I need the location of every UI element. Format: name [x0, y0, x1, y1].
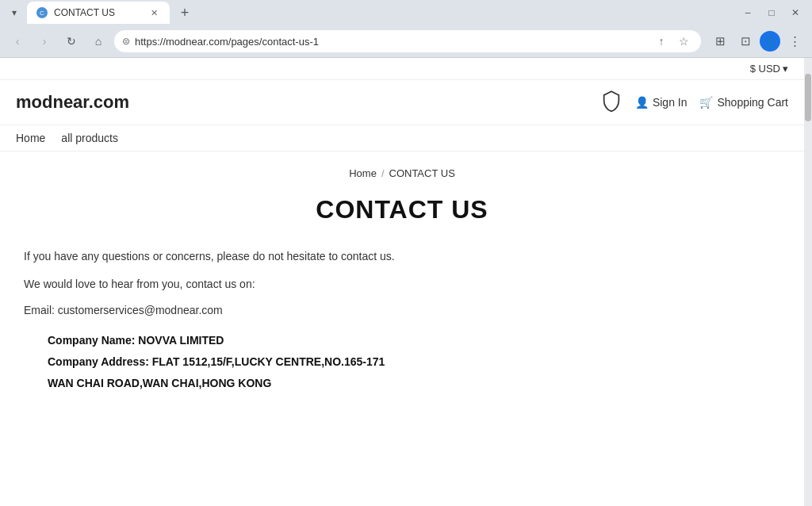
- back-button[interactable]: ‹: [6, 30, 29, 52]
- close-button[interactable]: ✕: [785, 2, 806, 23]
- company-info: Company Name: NOVVA LIMITED Company Addr…: [24, 332, 780, 392]
- user-icon: 👤: [635, 96, 649, 109]
- email-label: Email:: [24, 304, 58, 316]
- contact-body: If you have any questions or concerns, p…: [16, 248, 788, 392]
- shopping-cart-button[interactable]: 🛒 Shopping Cart: [699, 96, 788, 109]
- email-address[interactable]: customerservices@modnear.com: [58, 304, 223, 316]
- scrollbar[interactable]: [804, 58, 812, 506]
- company-name: Company Name: NOVVA LIMITED: [48, 332, 780, 349]
- split-view-button[interactable]: ⊡: [734, 30, 756, 52]
- browser-frame: ▾ C CONTACT US ✕ + – □ ✕ ‹ ›: [0, 0, 812, 506]
- currency-label: $ USD: [750, 63, 780, 75]
- intro-line-2: We would love to hear from you, contact …: [24, 276, 780, 293]
- tab-title: CONTACT US: [54, 7, 141, 18]
- address-bar[interactable]: ⊜ https://modnear.com/pages/contact-us-1…: [114, 30, 701, 52]
- site-logo[interactable]: modnear.com: [16, 92, 129, 113]
- window-controls: – □ ✕: [737, 2, 806, 23]
- tab-list-button[interactable]: ▾: [6, 5, 22, 21]
- tab-close-button[interactable]: ✕: [147, 6, 160, 19]
- intro-line-1: If you have any questions or concerns, p…: [24, 248, 780, 265]
- currency-arrow-icon: ▾: [783, 63, 788, 75]
- header-right: 👤 Sign In 🛒 Shopping Cart: [600, 90, 788, 115]
- sign-in-button[interactable]: 👤 Sign In: [635, 96, 688, 109]
- company-address-2: WAN CHAI ROAD,WAN CHAI,HONG KONG: [48, 375, 780, 392]
- extensions-button[interactable]: ⊞: [709, 30, 731, 52]
- page-content: $ USD ▾ modnear.com 👤 Sign In: [0, 57, 812, 506]
- page-title: CONTACT US: [16, 195, 788, 224]
- cart-icon: 🛒: [699, 96, 713, 109]
- breadcrumb-separator: /: [381, 167, 385, 179]
- site-header: modnear.com 👤 Sign In 🛒 Shopping Cart: [0, 80, 804, 125]
- currency-bar: $ USD ▾: [0, 58, 804, 80]
- breadcrumb-home[interactable]: Home: [349, 167, 377, 179]
- reload-button[interactable]: ↻: [60, 30, 82, 52]
- new-tab-button[interactable]: +: [174, 2, 195, 23]
- share-icon[interactable]: ↑: [652, 32, 671, 51]
- breadcrumb-current: CONTACT US: [389, 167, 455, 179]
- breadcrumb: Home / CONTACT US: [16, 167, 788, 179]
- site-nav: Home all products: [0, 125, 804, 151]
- address-bar-row: ‹ › ↻ ⌂ ⊜ https://modnear.com/pages/cont…: [0, 25, 812, 57]
- minimize-button[interactable]: –: [737, 2, 758, 23]
- url-text: https://modnear.com/pages/contact-us-1: [135, 36, 647, 48]
- title-bar-left: ▾ C CONTACT US ✕ +: [6, 2, 195, 24]
- active-tab[interactable]: C CONTACT US ✕: [27, 2, 170, 24]
- nav-home[interactable]: Home: [16, 132, 45, 144]
- forward-button[interactable]: ›: [33, 30, 56, 52]
- title-bar: ▾ C CONTACT US ✕ + – □ ✕: [0, 0, 812, 25]
- maximize-button[interactable]: □: [761, 2, 782, 23]
- tab-favicon: C: [36, 7, 48, 18]
- page-inner: $ USD ▾ modnear.com 👤 Sign In: [0, 58, 804, 506]
- browser-toolbar: ⊞ ⊡ 👤 ⋮: [709, 30, 806, 52]
- shield-icon: [600, 90, 622, 115]
- menu-button[interactable]: ⋮: [783, 30, 806, 52]
- email-line: Email: customerservices@modnear.com: [24, 304, 780, 316]
- company-address-1: Company Address: FLAT 1512,15/F,LUCKY CE…: [48, 354, 780, 370]
- scrollbar-thumb[interactable]: [805, 74, 811, 121]
- nav-all-products[interactable]: all products: [61, 132, 118, 144]
- main-content: Home / CONTACT US CONTACT US If you have…: [0, 151, 804, 420]
- currency-selector[interactable]: $ USD ▾: [750, 63, 788, 75]
- home-button[interactable]: ⌂: [87, 30, 109, 52]
- address-actions: ↑ ☆: [652, 32, 693, 51]
- profile-button[interactable]: 👤: [760, 31, 780, 52]
- address-lock-icon: ⊜: [122, 36, 130, 47]
- bookmark-icon[interactable]: ☆: [674, 32, 693, 51]
